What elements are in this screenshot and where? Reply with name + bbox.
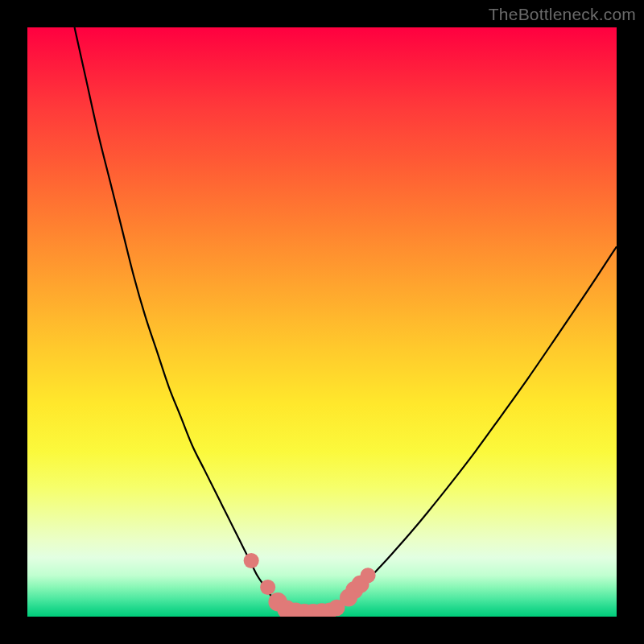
watermark-text: TheBottleneck.com	[489, 5, 636, 24]
curve-path	[75, 27, 617, 613]
curve-marker	[260, 580, 275, 595]
plot-area	[27, 27, 617, 617]
curve-markers	[244, 553, 376, 617]
curve-marker	[361, 568, 376, 583]
bottleneck-curve	[27, 27, 617, 617]
curve-marker	[244, 553, 259, 568]
chart-frame: TheBottleneck.com	[0, 0, 644, 644]
